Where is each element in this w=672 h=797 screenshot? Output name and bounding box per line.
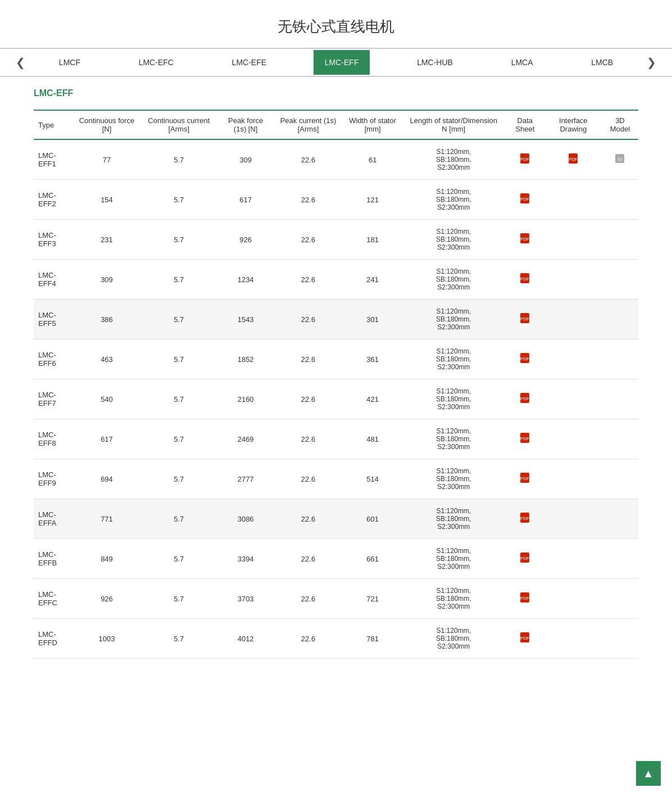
cell-data-sheet[interactable]: PDF	[505, 539, 545, 579]
cell-peak-current: 22.6	[273, 260, 343, 300]
table-row: LMC-EFF43095.7123422.6241S1:120mm, SB:18…	[34, 260, 638, 300]
cell-data-sheet[interactable]: PDF	[505, 220, 545, 260]
cell-3d-model[interactable]	[602, 459, 638, 499]
cell-interface-drawing[interactable]: PDF	[545, 139, 602, 180]
cell-peak-force: 926	[218, 220, 274, 260]
cell-data-sheet[interactable]: PDF	[505, 619, 545, 659]
cell-peak-force: 309	[218, 139, 274, 180]
cell-data-sheet[interactable]: PDF	[505, 419, 545, 459]
nav-tab-lmcb[interactable]: LMCB	[580, 50, 624, 75]
cell-interface-drawing[interactable]	[545, 619, 602, 659]
nav-tab-lmcf[interactable]: LMCF	[48, 50, 92, 75]
nav-tab-lmcefc[interactable]: LMC-EFC	[128, 50, 185, 75]
cell-data-sheet[interactable]: PDF	[505, 339, 545, 379]
cell-type: LMC-EFF7	[34, 379, 74, 419]
pdf-icon[interactable]: PDF	[520, 514, 530, 526]
cell-interface-drawing[interactable]	[545, 459, 602, 499]
nav-left-arrow[interactable]: ❮	[11, 49, 30, 76]
cell-interface-drawing[interactable]	[545, 419, 602, 459]
cell-3d-model[interactable]	[602, 539, 638, 579]
cell-peak-force: 1234	[218, 260, 274, 300]
cell-interface-drawing[interactable]	[545, 220, 602, 260]
cell-interface-drawing[interactable]	[545, 339, 602, 379]
cell-3d-model[interactable]	[602, 339, 638, 379]
cell-length-stator: S1:120mm, SB:180mm, S2:300mm	[402, 579, 505, 619]
cell-interface-drawing[interactable]	[545, 539, 602, 579]
cell-data-sheet[interactable]: PDF	[505, 499, 545, 539]
cell-interface-drawing[interactable]	[545, 499, 602, 539]
nav-tab-lmchub[interactable]: LMC-HUB	[406, 50, 464, 75]
cell-3d-model[interactable]	[602, 300, 638, 339]
cell-interface-drawing[interactable]	[545, 180, 602, 220]
pdf-icon[interactable]: PDF	[520, 554, 530, 565]
col-header-peak_current: Peak current (1s) [Arms]	[273, 110, 343, 139]
cell-interface-drawing[interactable]	[545, 379, 602, 419]
cell-width-stator: 514	[343, 459, 402, 499]
cell-continuous-force: 309	[74, 260, 139, 300]
cell-continuous-current: 5.7	[140, 459, 218, 499]
cell-continuous-current: 5.7	[140, 619, 218, 659]
pdf-icon[interactable]: PDF	[520, 315, 530, 326]
col-header-continuous_force: Continuous force [N]	[74, 110, 139, 139]
cell-3d-model[interactable]	[602, 499, 638, 539]
pdf-icon[interactable]: PDF	[520, 474, 530, 486]
cell-3d-model[interactable]	[602, 180, 638, 220]
content-area: LMC-EFF TypeContinuous force [N]Continuo…	[0, 77, 672, 681]
cell-length-stator: S1:120mm, SB:180mm, S2:300mm	[402, 139, 505, 180]
pdf-icon[interactable]: PDF	[520, 275, 530, 286]
col-header-length_stator: Length of stator/Dimension N [mm]	[402, 110, 505, 139]
cell-width-stator: 121	[343, 180, 402, 220]
cell-data-sheet[interactable]: PDF	[505, 379, 545, 419]
cell-3d-model[interactable]	[602, 260, 638, 300]
pdf-icon[interactable]: PDF	[520, 434, 530, 446]
cell-data-sheet[interactable]: PDF	[505, 459, 545, 499]
section-title: LMC-EFF	[34, 88, 638, 98]
cell-3d-model[interactable]	[602, 419, 638, 459]
pdf-icon[interactable]: PDF	[520, 355, 530, 366]
cell-continuous-force: 694	[74, 459, 139, 499]
cell-data-sheet[interactable]: PDF	[505, 139, 545, 180]
cell-continuous-force: 463	[74, 339, 139, 379]
nav-tab-lmcefe[interactable]: LMC-EFE	[221, 50, 278, 75]
cell-data-sheet[interactable]: PDF	[505, 180, 545, 220]
cell-3d-model[interactable]	[602, 619, 638, 659]
pdf-icon[interactable]: PDF	[520, 395, 530, 406]
cell-data-sheet[interactable]: PDF	[505, 300, 545, 339]
pdf-icon[interactable]: PDF	[568, 155, 578, 166]
cell-interface-drawing[interactable]	[545, 300, 602, 339]
cell-length-stator: S1:120mm, SB:180mm, S2:300mm	[402, 619, 505, 659]
table-row: LMC-EFFB8495.7339422.6661S1:120mm, SB:18…	[34, 539, 638, 579]
table-row: LMC-EFF32315.792622.6181S1:120mm, SB:180…	[34, 220, 638, 260]
pdf-icon[interactable]: PDF	[520, 594, 530, 605]
cell-length-stator: S1:120mm, SB:180mm, S2:300mm	[402, 180, 505, 220]
cell-width-stator: 481	[343, 419, 402, 459]
pdf-icon[interactable]: PDF	[520, 155, 530, 166]
model-3d-icon[interactable]: 3D	[615, 156, 625, 165]
cell-3d-model[interactable]	[602, 379, 638, 419]
cell-3d-model[interactable]	[602, 579, 638, 619]
pdf-icon[interactable]: PDF	[520, 634, 530, 645]
cell-3d-model[interactable]: 3D	[602, 139, 638, 180]
pdf-icon[interactable]: PDF	[520, 235, 530, 246]
cell-peak-force: 2469	[218, 419, 274, 459]
cell-interface-drawing[interactable]	[545, 260, 602, 300]
cell-data-sheet[interactable]: PDF	[505, 260, 545, 300]
cell-data-sheet[interactable]: PDF	[505, 579, 545, 619]
cell-continuous-force: 1003	[74, 619, 139, 659]
cell-peak-current: 22.6	[273, 139, 343, 180]
pdf-icon[interactable]: PDF	[520, 195, 530, 206]
cell-peak-force: 2160	[218, 379, 274, 419]
cell-interface-drawing[interactable]	[545, 579, 602, 619]
cell-continuous-current: 5.7	[140, 139, 218, 180]
cell-width-stator: 601	[343, 499, 402, 539]
nav-right-arrow[interactable]: ❯	[642, 49, 661, 76]
cell-continuous-force: 231	[74, 220, 139, 260]
cell-3d-model[interactable]	[602, 220, 638, 260]
col-header-continuous_current: Continuous current [Arms]	[140, 110, 218, 139]
cell-length-stator: S1:120mm, SB:180mm, S2:300mm	[402, 220, 505, 260]
cell-peak-current: 22.6	[273, 300, 343, 339]
nav-tab-lmceff[interactable]: LMC-EFF	[314, 50, 370, 75]
col-header-model_3d: 3D Model	[602, 110, 638, 139]
nav-tab-lmca[interactable]: LMCA	[500, 50, 544, 75]
col-header-type: Type	[34, 110, 74, 139]
